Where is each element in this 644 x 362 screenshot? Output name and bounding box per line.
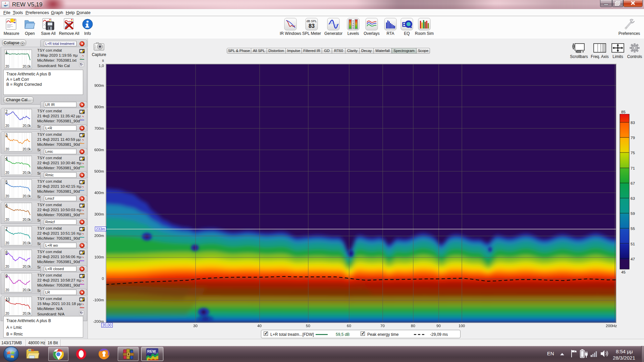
svg-text:6: 6 (353, 24, 354, 27)
svg-text:3: 3 (353, 22, 354, 24)
svg-text:dB SPL: dB SPL (307, 19, 317, 23)
svg-text:V5.1: V5.1 (154, 352, 158, 354)
svg-text:9: 9 (353, 27, 354, 29)
svg-text:0: 0 (353, 20, 354, 22)
svg-text:83: 83 (309, 23, 315, 29)
